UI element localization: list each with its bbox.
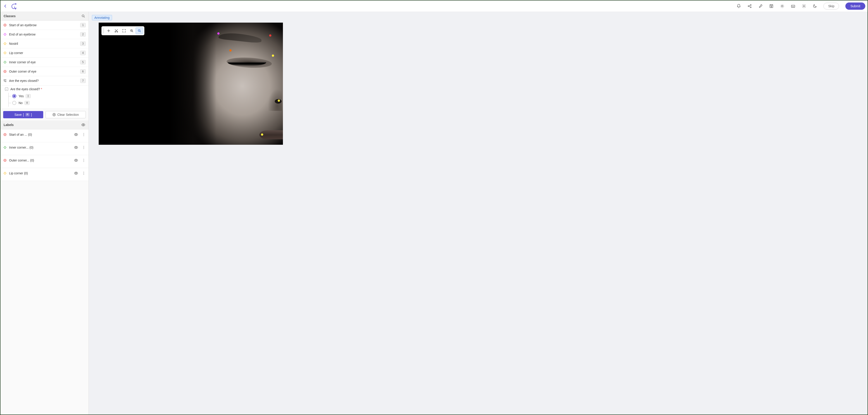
clear-button-label: Clear Selection xyxy=(57,113,79,116)
label-icon xyxy=(3,133,7,136)
visibility-icon[interactable] xyxy=(74,158,78,162)
zoom-in-tool[interactable] xyxy=(128,27,135,34)
radio-button[interactable] xyxy=(12,94,16,98)
class-item[interactable]: Are the eyes closed? 7 xyxy=(0,76,89,85)
annotation-point[interactable] xyxy=(217,32,220,35)
toolbar-drag-handle[interactable] xyxy=(102,28,105,33)
svg-point-14 xyxy=(4,80,4,80)
label-item[interactable]: Start of an ... (0) xyxy=(0,129,89,142)
svg-point-24 xyxy=(84,135,84,136)
svg-point-36 xyxy=(84,172,84,172)
svg-rect-7 xyxy=(792,5,795,7)
annotation-point[interactable] xyxy=(269,34,271,37)
radio-option[interactable]: No 0 xyxy=(12,100,89,106)
share-icon[interactable] xyxy=(747,4,752,8)
class-icon xyxy=(3,51,7,55)
labels-title: Labels xyxy=(4,123,13,127)
visibility-icon[interactable] xyxy=(74,133,78,137)
svg-point-16 xyxy=(5,81,6,82)
back-button[interactable] xyxy=(3,3,8,9)
more-icon[interactable] xyxy=(82,171,86,175)
class-item[interactable]: Outer corner of eye 6 xyxy=(0,67,89,76)
image-canvas[interactable] xyxy=(99,23,283,145)
svg-point-31 xyxy=(75,160,77,161)
label-icon xyxy=(3,171,7,175)
class-item[interactable]: Start of an eyebrow 1 xyxy=(0,21,89,30)
search-icon[interactable] xyxy=(81,14,85,18)
save-icon[interactable] xyxy=(769,4,774,8)
move-tool[interactable] xyxy=(105,27,113,34)
label-item[interactable]: Outer corner... (0) xyxy=(0,155,89,168)
svg-point-33 xyxy=(84,160,84,161)
annotation-point[interactable] xyxy=(229,49,231,51)
class-item[interactable]: Nostril 3 xyxy=(0,39,89,48)
wrench-icon[interactable] xyxy=(758,4,763,8)
svg-point-34 xyxy=(84,161,84,162)
eye-icon[interactable] xyxy=(81,123,85,127)
svg-point-40 xyxy=(117,31,118,32)
annotation-point[interactable] xyxy=(278,100,280,102)
question-title: Are the eyes closed? xyxy=(10,87,40,91)
svg-point-8 xyxy=(804,5,805,6)
labels-header: Labels xyxy=(0,120,89,129)
question-block: − Are the eyes closed? * Yes I No 0 xyxy=(0,85,89,109)
class-label: End of an eyebrow xyxy=(9,33,80,36)
class-item[interactable]: Lip corner 4 xyxy=(0,48,89,58)
submit-button[interactable]: Submit xyxy=(845,2,865,10)
label-text: Inner corner... (0) xyxy=(9,146,74,149)
keyboard-icon[interactable] xyxy=(791,4,795,8)
class-icon xyxy=(3,70,7,73)
class-shortcut-key: 6 xyxy=(80,69,86,74)
radio-shortcut-key: I xyxy=(26,94,31,98)
class-shortcut-key: 4 xyxy=(80,51,86,55)
save-button[interactable]: Save [ M ] xyxy=(3,111,43,118)
svg-point-9 xyxy=(82,15,84,17)
radio-label: No xyxy=(19,101,23,105)
cut-tool[interactable] xyxy=(113,27,120,34)
svg-point-18 xyxy=(83,125,84,126)
radio-shortcut-key: 0 xyxy=(25,101,30,105)
svg-point-38 xyxy=(84,174,84,175)
class-label: Lip corner xyxy=(9,51,80,55)
svg-point-0 xyxy=(16,3,16,4)
brightness-icon[interactable] xyxy=(780,4,784,8)
more-icon[interactable] xyxy=(82,145,86,149)
annotation-point[interactable] xyxy=(261,133,263,136)
class-label: Outer corner of eye xyxy=(9,70,80,73)
save-key-right: ] xyxy=(31,113,32,116)
label-item[interactable]: Inner corner... (0) xyxy=(0,142,89,155)
svg-point-25 xyxy=(75,147,77,148)
class-label: Are the eyes closed? xyxy=(9,79,80,82)
class-item[interactable]: Inner corner of eye 5 xyxy=(0,58,89,67)
svg-point-35 xyxy=(75,173,77,174)
radio-label: Yes xyxy=(19,94,24,98)
collapse-icon[interactable]: − xyxy=(5,88,8,91)
fit-tool[interactable] xyxy=(120,27,128,34)
class-item[interactable]: End of an eyebrow 2 xyxy=(0,30,89,39)
clear-icon xyxy=(52,113,56,116)
class-shortcut-key: 2 xyxy=(80,32,86,37)
save-key-left: [ xyxy=(23,113,24,116)
more-icon[interactable] xyxy=(82,133,86,137)
gear-icon[interactable] xyxy=(802,4,806,8)
class-label: Start of an eyebrow xyxy=(9,23,80,27)
bell-icon[interactable] xyxy=(737,4,741,8)
canvas-toolbar xyxy=(101,26,145,35)
label-text: Lip corner (0) xyxy=(9,171,74,175)
label-item[interactable]: Lip corner (0) xyxy=(0,168,89,181)
clear-selection-button[interactable]: Clear Selection xyxy=(45,111,86,118)
visibility-icon[interactable] xyxy=(74,171,78,175)
class-icon xyxy=(3,60,7,64)
zoom-out-tool[interactable] xyxy=(135,27,143,34)
class-shortcut-key: 7 xyxy=(80,78,86,83)
svg-point-6 xyxy=(781,5,783,7)
radio-button[interactable] xyxy=(12,101,16,105)
radio-option[interactable]: Yes I xyxy=(12,93,89,100)
svg-point-37 xyxy=(84,173,84,173)
annotation-point[interactable] xyxy=(272,55,274,57)
visibility-icon[interactable] xyxy=(74,145,78,149)
moon-icon[interactable] xyxy=(812,4,817,8)
more-icon[interactable] xyxy=(82,158,86,162)
skip-button[interactable]: Skip xyxy=(824,3,839,9)
svg-point-15 xyxy=(5,80,6,80)
